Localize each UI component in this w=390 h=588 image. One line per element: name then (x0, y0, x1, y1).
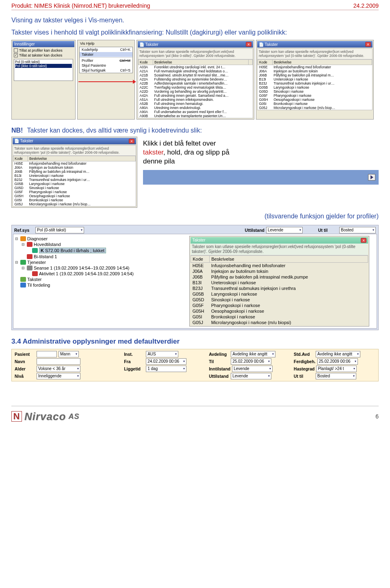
innstillinger-titlebar[interactable]: Innstillinger (13, 41, 74, 47)
inntilstand-select[interactable]: Levende▾ (232, 366, 273, 372)
table-row[interactable]: A52BFull utredning innen hematologi. (139, 102, 253, 106)
refsys-select[interactable]: Pol (0-stilt takst)▾ (35, 227, 84, 233)
table-row[interactable]: A42AFull utredning innen geriatri. Samar… (139, 94, 253, 98)
hastegrad-select[interactable]: Planlagt/ >24 t▾ (316, 366, 357, 372)
close-icon[interactable]: × (361, 238, 366, 243)
menu-kodehjelp[interactable]: Kodehjelp Ctrl+K (80, 47, 132, 52)
close-icon[interactable]: × (129, 139, 134, 144)
table-row[interactable]: B23JTransurethral submukøs injeksjon i u… (13, 178, 136, 182)
table-row[interactable]: G05BLaryngoskopi i narkose (13, 182, 136, 186)
docked-titlebar[interactable]: 📄 Takster × (13, 138, 136, 144)
table-row[interactable]: J06BPåfylling av baklofen på intraspinal… (191, 274, 368, 280)
table-row[interactable]: A90BUndersøkelse av transplanterte pasie… (139, 114, 253, 118)
table-row[interactable]: G05JMicrolaryngoskopi i narkose (m/u bio… (13, 202, 136, 206)
selected-code[interactable]: K S72.00 Brudd i lårhals ; lukket (39, 248, 106, 253)
menu-skjul-hurtigsok[interactable]: Skjul hurtigsøk Ctrl+S (80, 68, 132, 73)
table-row[interactable]: H05EInfusjonsbehandling med bifosfonater (258, 65, 372, 69)
close-icon[interactable]: × (365, 42, 371, 47)
table-row[interactable]: B13IUreteroskopi i narkose (191, 280, 368, 285)
table-row[interactable]: G05FPharyngoskopi i narkose (258, 94, 372, 98)
uttilstand-select[interactable]: Levende▾ (231, 373, 271, 379)
cell-kode: B13I (191, 280, 210, 285)
stdavd-select[interactable]: Avdeling ikke angitt▾ (316, 351, 360, 357)
list-item-selected[interactable]: Pol (ikke 0-stilt takst) (15, 64, 72, 68)
th-kode[interactable]: Kode (139, 59, 153, 65)
uttilstand-select[interactable]: Levende▾ (266, 227, 303, 233)
ferdigbeh-input[interactable]: 25.02.2009 00:06▾ (317, 358, 358, 365)
table-row[interactable]: A22CTverrfaglig vurdering ved revmatolog… (139, 85, 253, 89)
checkbox-icon (14, 48, 18, 52)
menu-skjul-pasienttre[interactable]: Skjul Pasientre (80, 63, 132, 68)
table-row[interactable]: G05DSinoskopi i narkose (191, 297, 368, 303)
table-row[interactable]: A51AFull utredning innen infeksjonsmedis… (139, 98, 253, 102)
table-row[interactable]: B23JTransurethral submukøs injeksjon i u… (191, 285, 368, 291)
table-row[interactable]: G05IBronkoskopi i narkose (13, 198, 136, 202)
table-row[interactable]: G05FPharyngoskopi i narkose (13, 190, 136, 194)
table-row[interactable]: H05EInfusjonsbehandling med bifosfonater (13, 161, 136, 166)
menubar[interactable]: Vis Hjelp (78, 41, 134, 46)
table-row[interactable]: A22DVurdering og behandling av alvorlig … (139, 89, 253, 94)
uttil-select[interactable]: Bosted▾ (316, 373, 356, 379)
table-row[interactable]: J06BPåfylling av baklofen på intraspinal… (258, 73, 372, 77)
th-beskrivelse[interactable]: Beskrivelse (210, 255, 368, 262)
table-row[interactable]: A22BAdferdsterapeutisk samtale i smerteb… (139, 81, 253, 85)
uttil-select[interactable]: Bosted▾ (339, 227, 376, 233)
table-row[interactable]: A21AFull revmatologisk utredning med led… (139, 69, 253, 73)
vis-menu-panel: Vis Hjelp Kodehjelp Ctrl+K Takster Profi… (77, 40, 135, 119)
table-row[interactable]: A03AForenklet utredning cardiologi inkl.… (139, 65, 253, 69)
table-row[interactable]: G05HOesophagoskopi i narkose (191, 308, 368, 314)
pasient-input[interactable] (37, 351, 57, 357)
table-row[interactable]: A80AUtredning innen endokrinologi. (139, 106, 253, 110)
table-row[interactable]: J06AInjeksjon av butolinum toksin (13, 166, 136, 170)
docked-right-titlebar[interactable]: Takster × (191, 237, 368, 244)
th-beskrivelse[interactable]: Beskrivelse (28, 156, 136, 161)
dock-arrow-icon[interactable] (368, 174, 375, 181)
th-kode[interactable]: Kode (258, 59, 273, 65)
table-row[interactable]: G05HOesophagoskopi i narkose (13, 194, 136, 198)
kjonn-select[interactable]: Mann▾ (58, 351, 79, 357)
table-row[interactable]: H05EInfusjonsbehandling med bifosfonater (191, 262, 368, 268)
table-row[interactable]: G05HOesophagoskopi i narkose (258, 98, 372, 102)
menu-profiler[interactable]: Profiler Ctrl+M (80, 58, 132, 63)
dock-target-strip[interactable] (143, 170, 379, 185)
table-row[interactable]: G05JMicrolaryngoskopi i narkose (m/u bio… (191, 320, 368, 325)
finansiering-list[interactable]: Pol (0-stilt takst) Pol (ikke 0-stilt ta… (14, 59, 73, 81)
niva-select[interactable]: Inneliggende▾ (37, 373, 80, 379)
table-row[interactable]: A22AFullstendig utredning av systemiske … (139, 77, 253, 81)
table-row[interactable]: A90AFull undersøkelse av pasient med kje… (139, 110, 253, 114)
tree-view[interactable]: ⊟ Diagnoser ⊟ Hovedtilstand K S72.00 Bru… (15, 236, 188, 327)
chk-profiler-dock[interactable]: Tillat at profiler kan dockes (13, 48, 74, 53)
table-row[interactable]: G05BLaryngoskopi i narkose (191, 291, 368, 297)
table-row[interactable]: A21BSosialmed. utredn.knyttet til revmat… (139, 73, 253, 77)
table-row[interactable]: G05IBronkoskopi i narkose (258, 102, 372, 106)
takster-b-titlebar[interactable]: 📄 Takster × (257, 41, 373, 48)
avdeling-select[interactable]: Avdeling ikke angitt▾ (231, 351, 275, 357)
inst-select[interactable]: AUS▾ (146, 351, 178, 357)
table-row[interactable]: B13IUreteroskopi i narkose (13, 174, 136, 178)
list-item[interactable]: Pol (0-stilt takst) (15, 60, 72, 64)
table-row[interactable]: G05JMicrolaryngoskopi i narkose (m/u bio… (258, 106, 372, 110)
takster-a-titlebar[interactable]: 📄 Takster × (138, 41, 253, 48)
table-row[interactable]: J06AInjeksjon av butolinum toksin (258, 69, 372, 73)
table-row[interactable]: G05DSinoskopi i narkose (258, 89, 372, 94)
close-icon[interactable]: × (246, 42, 251, 47)
table-row[interactable]: B13IUreteroskopi i narkose (258, 77, 372, 81)
table-row[interactable]: G05DSinoskopi i narkose (13, 186, 136, 190)
alder-select[interactable]: Voksne < 36 år▾ (37, 366, 80, 372)
navn-input[interactable] (37, 358, 80, 365)
table-row[interactable]: G05BLaryngoskopi i narkose (258, 85, 372, 89)
th-beskrivelse[interactable]: Beskrivelse (153, 59, 249, 65)
menu-takster[interactable]: Takster (80, 52, 132, 57)
table-row[interactable]: J06AInjeksjon av butolinum toksin (191, 268, 368, 274)
chk-takster-dock[interactable]: ✓ Tillat at takster kan dockes (13, 53, 74, 58)
table-row[interactable]: G05IBronkoskopi i narkose (191, 314, 368, 320)
fra-input[interactable]: 24.02.2009 00:06▾ (146, 358, 186, 365)
til-input[interactable]: 25.02.2009 00:06▾ (231, 358, 271, 365)
table-row[interactable]: B23JTransurethral submukøs injeksjon i u… (258, 81, 372, 85)
liggetid-select[interactable]: 1 dag▾ (146, 366, 186, 372)
th-kode[interactable]: Kode (13, 156, 28, 161)
table-row[interactable]: G05FPharyngoskopi i narkose (191, 303, 368, 308)
th-kode[interactable]: Kode (191, 255, 210, 262)
table-row[interactable]: J06BPåfylling av baklofen på intraspinal… (13, 170, 136, 174)
th-beskrivelse[interactable]: Beskrivelse (273, 59, 372, 65)
